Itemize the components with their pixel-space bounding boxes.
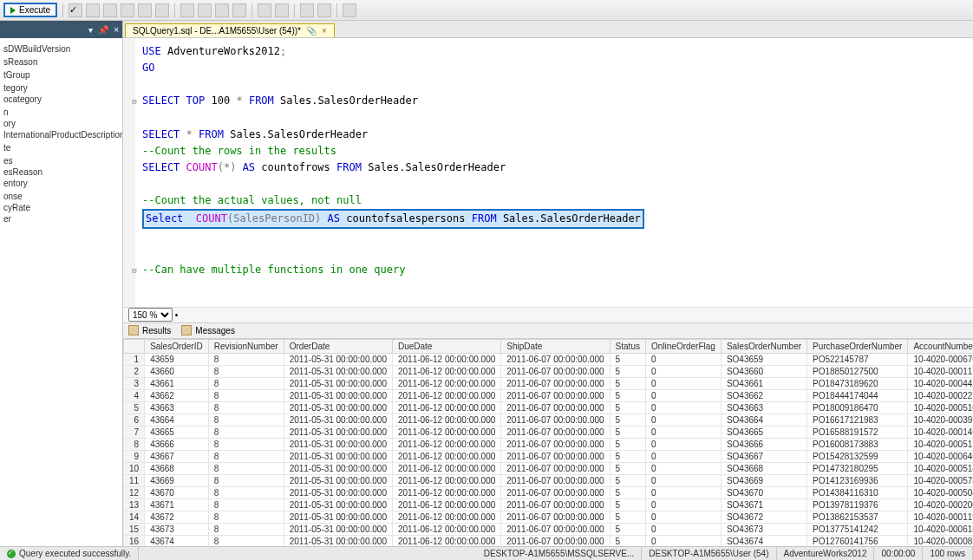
cell[interactable]: 0 xyxy=(645,439,721,451)
cell[interactable]: 2011-06-12 00:00:00.000 xyxy=(392,511,500,524)
tab-messages[interactable]: Messages xyxy=(181,325,235,335)
cell[interactable]: 0 xyxy=(645,427,721,439)
cell[interactable]: PO522145787 xyxy=(807,354,908,366)
cell[interactable]: 8 xyxy=(208,439,284,451)
table-row[interactable]: 104366882011-05-31 00:00:00.0002011-06-1… xyxy=(124,463,974,475)
cell[interactable]: 43666 xyxy=(145,439,209,451)
row-number[interactable]: 4 xyxy=(124,390,145,402)
cell[interactable]: 43659 xyxy=(145,354,209,366)
column-header[interactable]: RevisionNumber xyxy=(208,340,284,354)
cell[interactable]: 5 xyxy=(610,463,645,475)
cell[interactable]: PO12760141756 xyxy=(807,536,908,546)
cell[interactable]: 8 xyxy=(208,451,284,463)
cell[interactable]: 8 xyxy=(208,414,284,427)
table-row[interactable]: 144367282011-05-31 00:00:00.0002011-06-1… xyxy=(124,511,974,524)
table-row[interactable]: 54366382011-05-31 00:00:00.0002011-06-12… xyxy=(124,402,974,414)
cell[interactable]: PO13775141242 xyxy=(807,524,908,536)
cell[interactable]: 43667 xyxy=(145,451,209,463)
table-row[interactable]: 64366482011-05-31 00:00:00.0002011-06-12… xyxy=(124,414,974,427)
cell[interactable]: SO43665 xyxy=(721,427,806,439)
document-tab[interactable]: SQLQuery1.sql - DE...A1M5655\User (54))*… xyxy=(125,23,335,37)
column-header[interactable]: DueDate xyxy=(392,340,500,354)
outdent-icon[interactable] xyxy=(275,3,289,17)
tree-node[interactable]: entory xyxy=(0,178,122,189)
cell[interactable]: SO43663 xyxy=(721,402,806,414)
tree-node[interactable]: InternationalProductDescription xyxy=(0,129,122,140)
cell[interactable]: 8 xyxy=(208,366,284,378)
table-row[interactable]: 44366282011-05-31 00:00:00.0002011-06-12… xyxy=(124,390,974,402)
cell[interactable]: 0 xyxy=(645,524,721,536)
row-number[interactable]: 15 xyxy=(124,524,145,536)
results-grid-wrap[interactable]: SalesOrderIDRevisionNumberOrderDateDueDa… xyxy=(123,339,973,546)
tb-icon-15[interactable] xyxy=(343,3,356,17)
parse-icon[interactable]: ✓ xyxy=(69,3,82,17)
tab-results[interactable]: Results xyxy=(128,325,171,335)
cell[interactable]: 2011-06-12 00:00:00.000 xyxy=(392,524,500,536)
cell[interactable]: 8 xyxy=(208,378,284,390)
tab-pin-icon[interactable]: 📎 xyxy=(306,26,317,36)
cell[interactable]: 2011-05-31 00:00:00.000 xyxy=(284,487,392,499)
uncomment-icon[interactable] xyxy=(317,3,331,17)
cell[interactable]: 5 xyxy=(610,427,645,439)
cell[interactable]: 2011-06-07 00:00:00.000 xyxy=(501,439,610,451)
cell[interactable]: 43668 xyxy=(145,463,209,475)
cell[interactable]: 2011-06-07 00:00:00.000 xyxy=(501,511,610,524)
tree-node[interactable]: tGroup xyxy=(0,69,122,81)
cell[interactable]: 2011-06-12 00:00:00.000 xyxy=(392,451,500,463)
cell[interactable]: 5 xyxy=(610,366,645,378)
cell[interactable]: 2011-05-31 00:00:00.000 xyxy=(284,378,392,390)
tree-node[interactable]: tegory xyxy=(0,82,122,94)
cell[interactable]: 8 xyxy=(208,463,284,475)
column-header[interactable] xyxy=(124,340,145,354)
cell[interactable]: PO18473189620 xyxy=(807,378,908,390)
tree-node[interactable]: er xyxy=(0,213,122,225)
cell[interactable]: 2011-05-31 00:00:00.000 xyxy=(284,439,392,451)
row-number[interactable]: 6 xyxy=(124,414,145,427)
row-number[interactable]: 1 xyxy=(124,354,145,366)
cell[interactable]: 10-4020-000510 xyxy=(908,402,973,414)
cell[interactable]: 43669 xyxy=(145,475,209,487)
cell[interactable]: 10-4020-000117 xyxy=(908,366,973,378)
comment-icon[interactable] xyxy=(300,3,314,17)
execute-button[interactable]: Execute xyxy=(3,3,57,17)
cell[interactable]: 43660 xyxy=(145,366,209,378)
tree-node[interactable]: onse xyxy=(0,191,122,202)
cell[interactable]: 2011-06-12 00:00:00.000 xyxy=(392,378,500,390)
cell[interactable]: 0 xyxy=(645,451,721,463)
cell[interactable]: 0 xyxy=(645,414,721,427)
cell[interactable]: 10-4020-000146 xyxy=(908,427,973,439)
dropdown-icon[interactable]: ▾ xyxy=(88,25,93,35)
cell[interactable]: 8 xyxy=(208,475,284,487)
cell[interactable]: SO43673 xyxy=(721,524,806,536)
cell[interactable]: 2011-06-07 00:00:00.000 xyxy=(501,451,610,463)
cell[interactable]: SO43664 xyxy=(721,414,806,427)
tb-icon-3[interactable] xyxy=(103,3,117,17)
tree-node[interactable]: te xyxy=(0,142,122,153)
pin-icon[interactable]: 📌 xyxy=(98,25,108,35)
cell[interactable]: 2011-06-07 00:00:00.000 xyxy=(501,366,610,378)
cell[interactable]: 2011-06-12 00:00:00.000 xyxy=(392,475,500,487)
cell[interactable]: SO43660 xyxy=(721,366,806,378)
column-header[interactable]: OnlineOrderFlag xyxy=(645,340,721,354)
zoom-select[interactable]: 150 % xyxy=(128,308,173,322)
cell[interactable]: 10-4020-000119 xyxy=(908,511,973,524)
cell[interactable]: 2011-05-31 00:00:00.000 xyxy=(284,511,392,524)
cell[interactable]: 10-4020-000646 xyxy=(908,451,973,463)
cell[interactable]: 0 xyxy=(645,366,721,378)
cell[interactable]: 2011-06-07 00:00:00.000 xyxy=(501,390,610,402)
cell[interactable]: 10-4020-000511 xyxy=(908,439,973,451)
cell[interactable]: 8 xyxy=(208,511,284,524)
row-number[interactable]: 8 xyxy=(124,439,145,451)
table-row[interactable]: 24366082011-05-31 00:00:00.0002011-06-12… xyxy=(124,366,974,378)
cell[interactable]: 0 xyxy=(645,511,721,524)
cell[interactable]: 2011-06-07 00:00:00.000 xyxy=(501,524,610,536)
cell[interactable]: PO18444174044 xyxy=(807,390,908,402)
indent-icon[interactable] xyxy=(258,3,271,17)
tb-icon-10[interactable] xyxy=(232,3,246,17)
column-header[interactable]: PurchaseOrderNumber xyxy=(807,340,908,354)
row-number[interactable]: 9 xyxy=(124,451,145,463)
tb-icon-2[interactable] xyxy=(86,3,100,17)
results-grid[interactable]: SalesOrderIDRevisionNumberOrderDateDueDa… xyxy=(123,339,973,546)
row-number[interactable]: 16 xyxy=(124,536,145,546)
column-header[interactable]: AccountNumber xyxy=(908,340,973,354)
